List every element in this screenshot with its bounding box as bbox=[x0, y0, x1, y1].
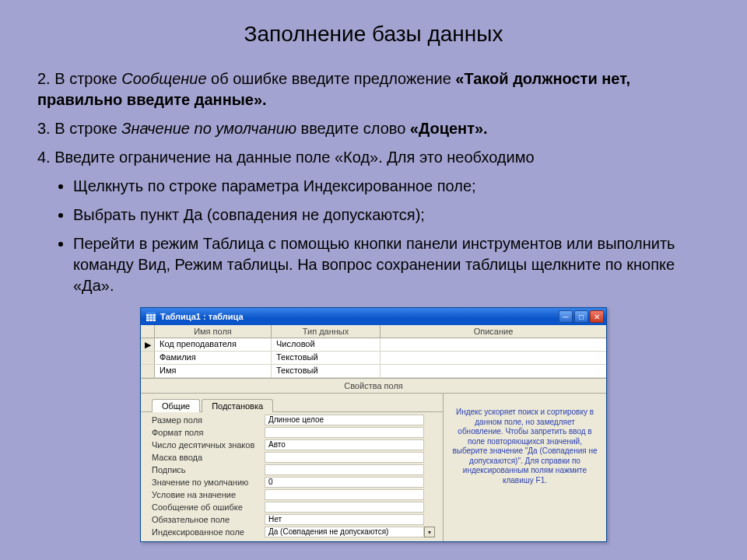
step3-italic: Значение по умолчанию bbox=[121, 120, 296, 137]
property-row: Подпись bbox=[152, 464, 438, 476]
property-label: Обязательное поле bbox=[152, 515, 265, 524]
property-row: Формат поля bbox=[152, 426, 438, 439]
field-desc-cell[interactable] bbox=[381, 352, 606, 364]
property-value-input[interactable] bbox=[265, 489, 424, 500]
properties-tabs: Общие Подстановка bbox=[141, 395, 443, 412]
instructions-block: 2. В строке Сообщение об ошибке введите … bbox=[37, 68, 710, 296]
property-row: Значение по умолчанию0 bbox=[152, 476, 438, 488]
property-row: Индексированное полеДа (Совпадения не до… bbox=[152, 526, 438, 538]
step-4: 4. Введите ограничение на данные поле «К… bbox=[37, 147, 710, 168]
col-header-desc[interactable]: Описание bbox=[381, 325, 606, 338]
help-pane: Индекс ускоряет поиск и сортировку в дан… bbox=[443, 394, 606, 541]
property-value-input[interactable] bbox=[265, 427, 424, 438]
window-title-text: Таблица1 : таблица bbox=[160, 312, 559, 321]
svg-rect-1 bbox=[146, 312, 156, 314]
property-value-input[interactable]: 0 bbox=[265, 477, 424, 488]
maximize-button[interactable]: □ bbox=[574, 310, 588, 323]
step2-mid: об ошибке введите предложение bbox=[207, 70, 456, 87]
row-selector-header bbox=[141, 325, 155, 338]
col-header-name[interactable]: Имя поля bbox=[155, 325, 272, 338]
step3-prefix: 3. В строке bbox=[37, 120, 121, 137]
close-button[interactable]: ✕ bbox=[590, 310, 604, 323]
field-name-cell[interactable]: Имя bbox=[155, 365, 272, 377]
table-row[interactable]: ИмяТекстовый bbox=[141, 365, 606, 378]
property-value-input[interactable]: Нет bbox=[265, 514, 424, 525]
field-type-cell[interactable]: Текстовый bbox=[272, 352, 381, 364]
property-value-input[interactable]: Авто bbox=[265, 439, 424, 450]
property-row: Условие на значение bbox=[152, 488, 438, 501]
row-selector[interactable] bbox=[141, 352, 155, 364]
property-label: Подпись bbox=[152, 465, 265, 474]
col-header-type[interactable]: Тип данных bbox=[272, 325, 381, 338]
property-label: Значение по умолчанию bbox=[152, 478, 265, 487]
fields-grid-body: ▶Код преподавателяЧисловойФамилияТекстов… bbox=[141, 338, 606, 378]
fields-grid-header: Имя поля Тип данных Описание bbox=[141, 325, 606, 338]
step-2: 2. В строке Сообщение об ошибке введите … bbox=[37, 68, 710, 110]
field-type-cell[interactable]: Числовой bbox=[272, 338, 381, 351]
dropdown-arrow-icon[interactable]: ▾ bbox=[424, 527, 435, 537]
field-name-cell[interactable]: Фамилия bbox=[155, 352, 272, 364]
field-name-cell[interactable]: Код преподавателя bbox=[155, 338, 272, 351]
table-row[interactable]: ▶Код преподавателяЧисловой bbox=[141, 338, 606, 352]
property-row: Маска ввода bbox=[152, 451, 438, 464]
property-value-input[interactable] bbox=[265, 464, 424, 475]
property-label: Формат поля bbox=[152, 428, 265, 437]
page-title: Заполнение базы данных bbox=[37, 22, 710, 47]
minimize-button[interactable]: ─ bbox=[559, 310, 573, 323]
row-selector[interactable]: ▶ bbox=[141, 338, 155, 351]
row-selector[interactable] bbox=[141, 365, 155, 377]
field-type-cell[interactable]: Текстовый bbox=[272, 365, 381, 377]
property-row: Сообщение об ошибке bbox=[152, 501, 438, 513]
properties-rows: Размер поляДлинное целоеФормат поляЧисло… bbox=[141, 414, 443, 538]
table-icon bbox=[146, 311, 156, 322]
step3-mid: введите слово bbox=[296, 120, 410, 137]
property-label: Условие на значение bbox=[152, 490, 265, 499]
property-label: Число десятичных знаков bbox=[152, 440, 265, 450]
property-row: Число десятичных знаковАвто bbox=[152, 439, 438, 451]
field-desc-cell[interactable] bbox=[381, 365, 606, 377]
window-titlebar[interactable]: Таблица1 : таблица ─ □ ✕ bbox=[141, 308, 606, 325]
property-label: Маска ввода bbox=[152, 453, 265, 462]
step3-bold: «Доцент». bbox=[410, 120, 488, 137]
bullet-3: Перейти в режим Таблица с помощью кнопки… bbox=[73, 233, 710, 296]
property-value-input[interactable] bbox=[265, 452, 424, 463]
property-label: Индексированное поле bbox=[152, 527, 265, 537]
access-window: Таблица1 : таблица ─ □ ✕ Имя поля Тип да… bbox=[140, 307, 607, 542]
property-value-input[interactable]: Длинное целое bbox=[265, 415, 424, 425]
properties-title: Свойства поля bbox=[141, 378, 606, 394]
bullet-1: Щелкнуть по строке параметра Индексирова… bbox=[73, 176, 710, 197]
property-value-input[interactable] bbox=[265, 502, 424, 513]
table-row[interactable]: ФамилияТекстовый bbox=[141, 352, 606, 365]
tab-lookup[interactable]: Подстановка bbox=[202, 399, 273, 412]
bullet-2: Выбрать пункт Да (совпадения не допускаю… bbox=[73, 205, 710, 226]
property-label: Сообщение об ошибке bbox=[152, 502, 265, 512]
property-row: Обязательное полеНет bbox=[152, 513, 438, 526]
property-value-input[interactable]: Да (Совпадения не допускаются) bbox=[265, 527, 424, 537]
step2-italic: Сообщение bbox=[121, 70, 206, 87]
step-3: 3. В строке Значение по умолчанию введит… bbox=[37, 118, 710, 139]
tab-general[interactable]: Общие bbox=[152, 399, 200, 412]
property-label: Размер поля bbox=[152, 415, 265, 425]
bullet-list: Щелкнуть по строке параметра Индексирова… bbox=[37, 176, 710, 296]
property-row: Размер поляДлинное целое bbox=[152, 414, 438, 426]
step2-prefix: 2. В строке bbox=[37, 70, 121, 87]
field-desc-cell[interactable] bbox=[381, 338, 606, 351]
